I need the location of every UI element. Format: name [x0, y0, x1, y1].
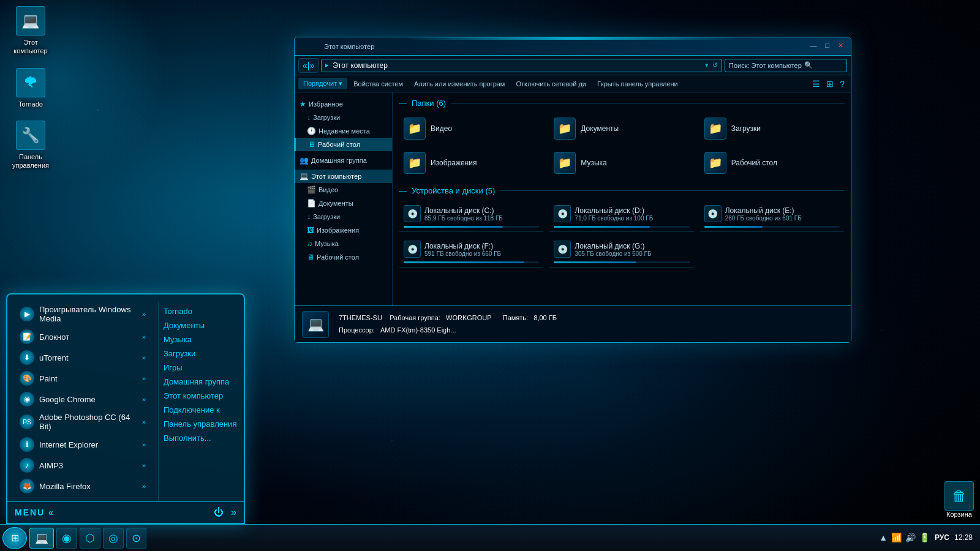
explorer-statusbar: 💻 7THEMES-SU Рабочая группа: WORKGROUP П… [295, 305, 851, 342]
address-input[interactable]: ▸ Этот компьютер ▾ ↺ [321, 59, 722, 72]
sidebar-video[interactable]: 🎬 Видео [295, 183, 392, 197]
power-icon[interactable]: ⏻ [214, 507, 224, 518]
drive-c[interactable]: 💿 Локальный диск (C:) 85,9 ГБ свободно и… [399, 201, 544, 232]
drive-g[interactable]: 💿 Локальный диск (G:) 305 ГБ свободно из… [549, 237, 694, 268]
menu-item-paint[interactable]: 🎨 Paint » [15, 368, 151, 389]
view-grid-icon[interactable]: ⊞ [824, 78, 836, 90]
nav-back-button[interactable]: «|» [298, 58, 318, 73]
taskbar-item-explorer[interactable]: 💻 [29, 528, 54, 549]
desktop-icon-side: 🖥 [308, 140, 315, 149]
docs-icon-side: 📄 [307, 199, 316, 208]
sidebar-downloads[interactable]: ↓ Загрузки [295, 111, 392, 124]
view-list-icon[interactable]: ☰ [810, 78, 823, 90]
explorer-window: Этот компьютер — □ ✕ «|» ▸ Этот компьюте… [294, 37, 851, 343]
tray-network-icon: 📶 [891, 533, 902, 542]
statusbar-pc-name: 7THEMES-SU [339, 314, 382, 321]
menu-item-chrome[interactable]: ◉ Google Chrome » [15, 389, 151, 410]
sidebar-downloads2[interactable]: ↓ Загрузки [295, 210, 392, 223]
tray-up-arrow[interactable]: ▲ [879, 533, 888, 542]
folder-music[interactable]: 📁 Музыка [549, 148, 694, 178]
taskbar-item-5[interactable]: ⊙ [126, 528, 146, 549]
close-button[interactable]: ✕ [835, 40, 846, 51]
statusbar-cpu: AMD FX(tm)-8350 Eigh... [380, 326, 456, 334]
shortcut-games[interactable]: Игры [164, 361, 239, 375]
search-input[interactable]: Поиск: Этот компьютер 🔍 [725, 59, 847, 72]
maximize-button[interactable]: □ [823, 40, 832, 51]
desktop-icon-tornado[interactable]: 🌪 Tornado [6, 68, 55, 108]
menu-system-props[interactable]: Войства систем [349, 78, 408, 89]
folder-video[interactable]: 📁 Видео [399, 114, 544, 143]
address-arrow-icon: ▸ [325, 61, 329, 69]
drive-f[interactable]: 💿 Локальный диск (F:) 591 ГБ свободно из… [399, 237, 544, 268]
shortcut-control-panel[interactable]: Панель управления [164, 417, 239, 431]
menu-item-notepad[interactable]: 📝 Блокнот » [15, 326, 151, 347]
folder-video-label: Видео [431, 124, 452, 133]
menu-item-media-player[interactable]: ▶ Проигрыватель Windows Media » [15, 302, 151, 326]
sidebar-music[interactable]: ♫ Музыка [295, 237, 392, 250]
taskbar-item-4[interactable]: ◎ [103, 528, 124, 549]
images-icon-side: 🖼 [307, 226, 314, 234]
tornado-label: Tornado [18, 100, 43, 108]
start-button[interactable]: ⊞ [2, 527, 27, 549]
shortcut-tornado[interactable]: Tornado [164, 304, 239, 318]
folder-documents[interactable]: 📁 Документы [549, 114, 694, 143]
taskbar-item-3[interactable]: ⬡ [80, 528, 100, 549]
taskbar-lang[interactable]: РУС [935, 533, 949, 542]
address-dropdown-icon[interactable]: ▾ [705, 61, 709, 69]
menu-item-utorrent[interactable]: ⬇ uTorrent » [15, 347, 151, 368]
chrome-label: Google Chrome [39, 395, 137, 404]
menu-uninstall[interactable]: Алить или изменить програм [409, 78, 510, 89]
drives-grid: 💿 Локальный диск (C:) 85,9 ГБ свободно и… [399, 201, 845, 268]
paint-icon: 🎨 [20, 371, 34, 386]
shortcut-this-pc[interactable]: Этот компьютер [164, 389, 239, 403]
desktop-icon-my-computer[interactable]: 💻 Этот компьютер [6, 6, 55, 56]
sidebar-desktop[interactable]: 🖥 Рабочий стол [295, 138, 392, 151]
menu-control-panel[interactable]: Гкрыть панель управлени [592, 78, 683, 89]
tray-volume-icon[interactable]: 🔊 [905, 533, 916, 542]
menu-item-photoshop[interactable]: PS Adobe Photoshop CC (64 Bit) » [15, 410, 151, 434]
firefox-icon: 🦊 [20, 479, 34, 493]
chrome-icon: ◉ [20, 392, 34, 407]
shortcut-downloads[interactable]: Загрузки [164, 347, 239, 361]
menu-item-ie[interactable]: ℹ Internet Explorer » [15, 434, 151, 455]
sidebar-homegroup-group: 👥 Домашняя группа [295, 154, 392, 167]
sidebar-this-pc[interactable]: 💻 Этот компьютер [295, 170, 392, 183]
menu-disconnect-drive[interactable]: Отключить сетевой ди [511, 78, 591, 89]
folder-desktop[interactable]: 📁 Рабочий стол [699, 148, 845, 178]
sidebar-favorites[interactable]: ★ Избранное [295, 97, 392, 111]
address-refresh-icon[interactable]: ↺ [712, 61, 718, 69]
sidebar-desktop2[interactable]: 🖥 Рабочий стол [295, 250, 392, 264]
sidebar-homegroup[interactable]: 👥 Домашняя группа [295, 154, 392, 167]
tray-icons: ▲ 📶 🔊 🔋 [879, 533, 930, 542]
menu-item-firefox[interactable]: 🦊 Mozilla Firefox » [15, 476, 151, 497]
taskbar-item-2[interactable]: ◉ [56, 528, 77, 549]
sidebar-documents[interactable]: 📄 Документы [295, 197, 392, 210]
drive-d[interactable]: 💿 Локальный диск (D:) 71,0 ГБ свободно и… [549, 201, 694, 232]
drive-g-bar [554, 261, 636, 263]
menu-item-aimp3[interactable]: ♪ AIMP3 » [15, 455, 151, 476]
folders-grid: 📁 Видео 📁 Документы 📁 Загрузки 📁 Изображ… [399, 114, 845, 178]
shortcut-documents[interactable]: Документы [164, 318, 239, 332]
sidebar-recent[interactable]: 🕐 Недавние места [295, 124, 392, 138]
folder-images-label: Изображения [431, 159, 477, 167]
start-menu: ▶ Проигрыватель Windows Media » 📝 Блокно… [6, 293, 245, 524]
shortcut-music[interactable]: Музыка [164, 332, 239, 347]
drive-e[interactable]: 💿 Локальный диск (E:) 260 ГБ свободно из… [699, 201, 845, 232]
shortcut-connect[interactable]: Подключение к [164, 403, 239, 417]
folder-documents-icon: 📁 [554, 118, 576, 140]
menu-arrow-icon[interactable]: » [231, 507, 236, 518]
aimp3-icon: ♪ [20, 458, 34, 473]
shortcut-homegroup[interactable]: Домашняя группа [164, 375, 239, 389]
folder-downloads[interactable]: 📁 Загрузки [699, 114, 845, 143]
recycle-bin[interactable]: 🗑 Корзина [944, 481, 974, 518]
view-help-icon[interactable]: ? [837, 78, 847, 90]
menu-label: MENU « [15, 508, 55, 517]
folder-images[interactable]: 📁 Изображения [399, 148, 544, 178]
shortcut-run[interactable]: Выполнить... [164, 431, 239, 445]
menu-organize[interactable]: Порядочит ▾ [298, 78, 347, 89]
minimize-button[interactable]: — [807, 40, 819, 51]
start-menu-apps: ▶ Проигрыватель Windows Media » 📝 Блокно… [7, 302, 158, 501]
explorer-menubar: Порядочит ▾ Войства систем Алить или изм… [295, 75, 851, 92]
desktop-icon-control-panel[interactable]: 🔧 Панель управления [6, 121, 55, 170]
sidebar-images[interactable]: 🖼 Изображения [295, 223, 392, 237]
